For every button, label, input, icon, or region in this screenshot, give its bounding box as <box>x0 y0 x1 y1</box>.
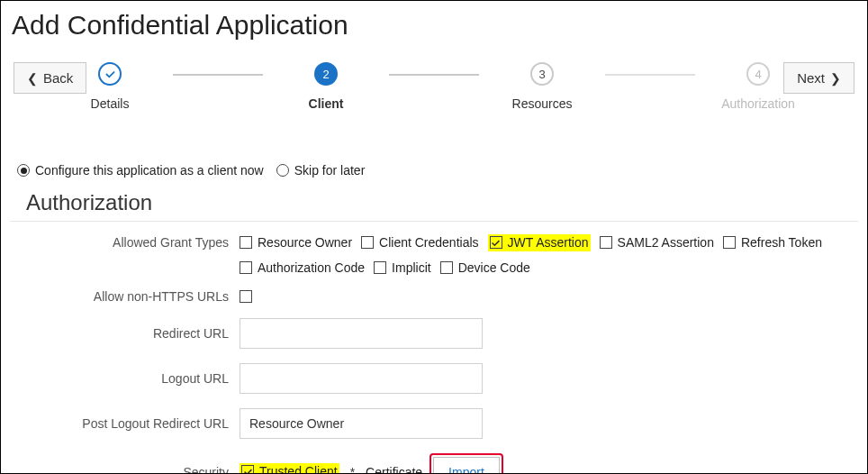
checkbox-device-code[interactable]: Device Code <box>440 260 530 275</box>
radio-configure-now[interactable]: Configure this application as a client n… <box>17 163 264 178</box>
divider <box>10 221 858 222</box>
checkbox-label: Resource Owner <box>258 235 352 250</box>
wizard-connector <box>605 74 695 76</box>
checkbox-label: Trusted Client <box>259 464 338 474</box>
wizard-step-resources[interactable]: 3 Resources <box>479 62 605 111</box>
checkbox-icon <box>600 236 612 249</box>
checkbox-client-credentials[interactable]: Client Credentials <box>361 235 479 250</box>
import-button[interactable]: Import <box>433 457 500 475</box>
wizard-connector <box>173 74 263 76</box>
checkbox-trusted-client[interactable]: Trusted Client <box>241 464 338 474</box>
wizard-step-label: Resources <box>512 96 573 111</box>
page-title: Add Confidential Application <box>12 10 858 41</box>
wizard-step-label: Client <box>309 96 344 111</box>
highlight-region: Trusted Client <box>240 463 339 474</box>
logout-url-input[interactable] <box>240 363 483 394</box>
redirect-url-input[interactable] <box>240 318 483 349</box>
highlight-region: JWT Assertion <box>488 234 591 251</box>
wizard-connector <box>389 74 479 76</box>
label-redirect-url: Redirect URL <box>10 326 240 341</box>
wizard-step-client[interactable]: 2 Client <box>263 62 389 111</box>
radio-label: Skip for later <box>294 163 366 178</box>
label-logout-url: Logout URL <box>10 371 240 386</box>
checkbox-label: Implicit <box>392 260 431 275</box>
checkbox-icon <box>440 261 453 274</box>
post-logout-redirect-input[interactable] <box>240 408 483 439</box>
checkbox-icon <box>240 261 252 274</box>
checkmark-icon <box>98 62 122 86</box>
label-security: Security <box>10 465 240 475</box>
required-asterisk: * <box>350 465 355 475</box>
next-button-label: Next <box>797 70 825 86</box>
radio-icon <box>276 164 289 177</box>
checkbox-jwt-assertion[interactable]: JWT Assertion <box>490 235 589 250</box>
checkbox-refresh-token[interactable]: Refresh Token <box>723 235 822 250</box>
wizard-step-details[interactable]: Details <box>47 62 173 111</box>
section-heading: Authorization <box>26 190 858 215</box>
checkbox-icon <box>490 236 502 249</box>
checkbox-label: JWT Assertion <box>508 235 589 250</box>
checkbox-icon <box>374 261 386 274</box>
checkbox-label: Refresh Token <box>741 235 822 250</box>
checkbox-implicit[interactable]: Implicit <box>374 260 431 275</box>
checkbox-label: Device Code <box>458 260 530 275</box>
checkbox-authorization-code[interactable]: Authorization Code <box>240 260 365 275</box>
next-button[interactable]: Next ❯ <box>783 62 854 94</box>
step-number-icon: 4 <box>746 62 770 86</box>
label-non-https: Allow non-HTTPS URLs <box>10 289 240 304</box>
checkbox-resource-owner[interactable]: Resource Owner <box>240 235 352 250</box>
label-post-logout-url: Post Logout Redirect URL <box>10 416 240 431</box>
checkbox-saml2-assertion[interactable]: SAML2 Assertion <box>600 235 714 250</box>
wizard-step-label: Details <box>91 96 130 111</box>
step-number-icon: 2 <box>314 62 338 86</box>
label-grant-types: Allowed Grant Types <box>10 235 240 250</box>
chevron-right-icon: ❯ <box>830 72 841 85</box>
checkbox-icon <box>241 465 254 474</box>
checkbox-non-https[interactable] <box>240 290 252 303</box>
checkbox-icon <box>240 236 252 249</box>
wizard-step-label: Authorization <box>721 96 795 111</box>
checkbox-label: SAML2 Assertion <box>618 235 714 250</box>
checkbox-icon <box>723 236 736 249</box>
checkbox-icon <box>361 236 374 249</box>
callout-box: Import <box>429 453 503 475</box>
step-number-icon: 3 <box>530 62 554 86</box>
checkbox-label: Client Credentials <box>379 235 479 250</box>
radio-label: Configure this application as a client n… <box>35 163 264 178</box>
certificate-label: Certificate <box>366 465 422 475</box>
radio-skip-later[interactable]: Skip for later <box>276 163 366 178</box>
checkbox-label: Authorization Code <box>258 260 365 275</box>
radio-icon <box>17 164 30 177</box>
